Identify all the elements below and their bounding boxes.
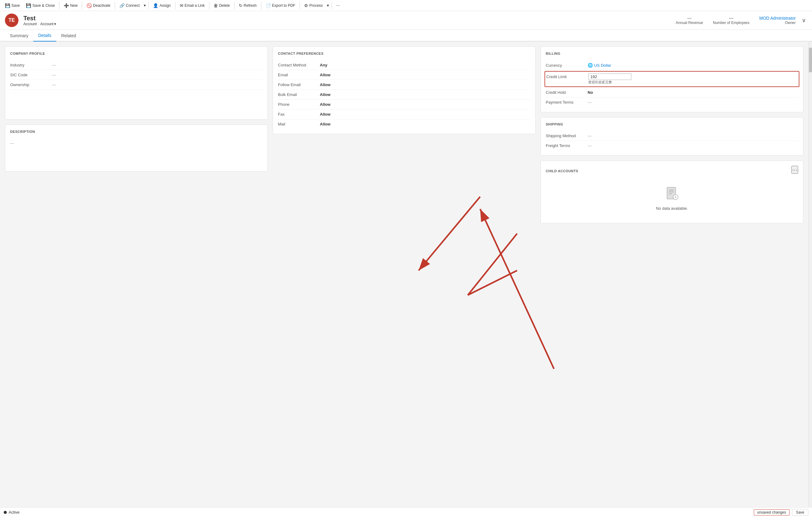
connect-icon: 🔗: [119, 3, 125, 8]
contact-method-value: Any: [320, 63, 530, 67]
separator-2: [82, 2, 82, 9]
process-icon: ⚙: [304, 3, 308, 8]
tab-details[interactable]: Details: [33, 30, 56, 41]
shipping-card: SHIPPING Shipping Method --- Freight Ter…: [541, 117, 803, 156]
status-right: unsaved changes Save: [754, 509, 808, 516]
avatar: TE: [5, 13, 19, 27]
svg-rect-3: [669, 193, 672, 194]
credit-hold-value: No: [588, 90, 798, 95]
new-icon: ➕: [64, 3, 69, 8]
owner-meta: MOD Administrator Owner: [759, 16, 796, 25]
breadcrumb-static: Account: [23, 22, 37, 26]
main-wrapper: COMPANY PROFILE Industry --- SIC Code --…: [0, 41, 812, 507]
bulk-email-label: Bulk Email: [278, 92, 315, 97]
separator-10: [331, 2, 332, 9]
scrollbar-track[interactable]: [808, 41, 812, 507]
contact-preferences-card: CONTACT PREFERENCES Contact Method Any E…: [273, 47, 535, 134]
email-field: Email Allow: [278, 70, 530, 80]
currency-value: 🌐 US Dollar: [588, 63, 798, 68]
breadcrumb-dropdown[interactable]: Account ▾: [40, 22, 56, 26]
num-employees-value: ---: [713, 16, 750, 21]
no-data-container: No data available.: [546, 179, 798, 218]
save-close-icon: 💾: [26, 3, 31, 8]
chevron-down-icon: ▾: [54, 22, 56, 26]
delete-button[interactable]: 🗑 Delete: [211, 2, 232, 9]
email-label: Email: [278, 72, 315, 77]
new-button[interactable]: ➕ New: [61, 2, 80, 9]
credit-limit-input[interactable]: [588, 73, 631, 80]
record-header: TE Test Account · Account ▾ --- Annual R…: [0, 11, 812, 30]
connect-dropdown[interactable]: ▾: [143, 2, 146, 9]
sic-code-value: ---: [52, 72, 263, 77]
tab-related[interactable]: Related: [56, 30, 81, 41]
header-info: Test Account · Account ▾: [23, 15, 671, 26]
bulk-email-field: Bulk Email Allow: [278, 90, 530, 100]
left-column: COMPANY PROFILE Industry --- SIC Code --…: [5, 47, 268, 223]
follow-email-field: Follow Email Allow: [278, 80, 530, 90]
annual-revenue-label: Annual Revenue: [676, 21, 703, 25]
process-button[interactable]: ⚙ Process: [302, 2, 325, 9]
payment-terms-value: ---: [588, 100, 798, 104]
separator-6: [209, 2, 209, 9]
follow-email-value: Allow: [320, 83, 530, 87]
refresh-button[interactable]: ↻ Refresh: [236, 2, 259, 9]
currency-link[interactable]: 🌐 US Dollar: [588, 63, 798, 68]
sic-code-label: SIC Code: [10, 72, 47, 77]
record-title: Test: [23, 15, 671, 22]
delete-icon: 🗑: [213, 3, 218, 8]
child-accounts-menu-button[interactable]: ⋯: [791, 166, 798, 174]
credit-limit-container: 壹佰玖拾贰元整: [588, 73, 798, 85]
more-options-button[interactable]: ⋯: [334, 2, 342, 9]
bulk-email-value: Allow: [320, 92, 530, 97]
no-data-icon: [546, 186, 798, 204]
process-dropdown[interactable]: ▾: [326, 2, 330, 9]
save-close-button[interactable]: 💾 Save & Close: [23, 2, 57, 9]
credit-limit-chinese: 壹佰玖拾贰元整: [588, 80, 798, 85]
status-active: Active: [4, 510, 20, 515]
separator-3: [115, 2, 115, 9]
currency-label: Currency: [546, 63, 583, 68]
ownership-field: Ownership ---: [10, 80, 263, 90]
child-accounts-card: CHILD ACCOUNTS ⋯: [541, 160, 803, 223]
deactivate-button[interactable]: 🚫 Deactivate: [84, 2, 113, 9]
company-profile-spacer: [10, 90, 263, 114]
email-value: Allow: [320, 72, 530, 77]
more-options-icon: ⋯: [336, 3, 340, 8]
shipping-method-field: Shipping Method ---: [546, 131, 798, 141]
connect-button[interactable]: 🔗 Connect: [117, 2, 142, 9]
assign-button[interactable]: 👤 Assign: [150, 2, 173, 9]
owner-role: Owner: [759, 21, 796, 25]
save-button[interactable]: 💾 Save: [2, 2, 22, 9]
shipping-method-label: Shipping Method: [546, 133, 583, 138]
email-icon: ✉: [180, 3, 183, 8]
separator-1: [59, 2, 59, 9]
three-column-layout: COMPANY PROFILE Industry --- SIC Code --…: [5, 47, 803, 223]
separator-8: [261, 2, 261, 9]
svg-rect-1: [669, 190, 674, 190]
freight-terms-label: Freight Terms: [546, 143, 583, 148]
separator-5: [175, 2, 175, 9]
status-save-button[interactable]: Save: [792, 509, 808, 516]
ownership-value: ---: [52, 83, 263, 87]
content-area: COMPANY PROFILE Industry --- SIC Code --…: [0, 41, 808, 507]
header-expand-button[interactable]: ∨: [801, 16, 807, 25]
num-employees-label: Number of Employees: [713, 21, 750, 25]
status-bar: Active unsaved changes Save: [0, 507, 812, 517]
phone-field: Phone Allow: [278, 100, 530, 110]
shipping-method-value: ---: [588, 133, 798, 138]
owner-name: MOD Administrator: [759, 16, 796, 21]
mail-label: Mail: [278, 122, 315, 126]
credit-hold-label: Credit Hold: [546, 90, 583, 95]
tab-summary[interactable]: Summary: [5, 30, 33, 41]
tab-bar: Summary Details Related: [0, 30, 812, 41]
annual-revenue-meta: --- Annual Revenue: [676, 16, 703, 25]
unsaved-changes-badge: unsaved changes: [754, 509, 789, 515]
ownership-label: Ownership: [10, 83, 47, 87]
mail-value: Allow: [320, 122, 530, 126]
breadcrumb-separator: ·: [38, 22, 39, 26]
scrollbar-thumb[interactable]: [809, 48, 812, 72]
credit-hold-field: Credit Hold No: [546, 88, 798, 97]
email-link-button[interactable]: ✉ Email a Link: [177, 2, 207, 9]
child-accounts-title: CHILD ACCOUNTS: [546, 169, 578, 173]
export-pdf-button[interactable]: 📄 Export to PDF: [263, 2, 298, 9]
